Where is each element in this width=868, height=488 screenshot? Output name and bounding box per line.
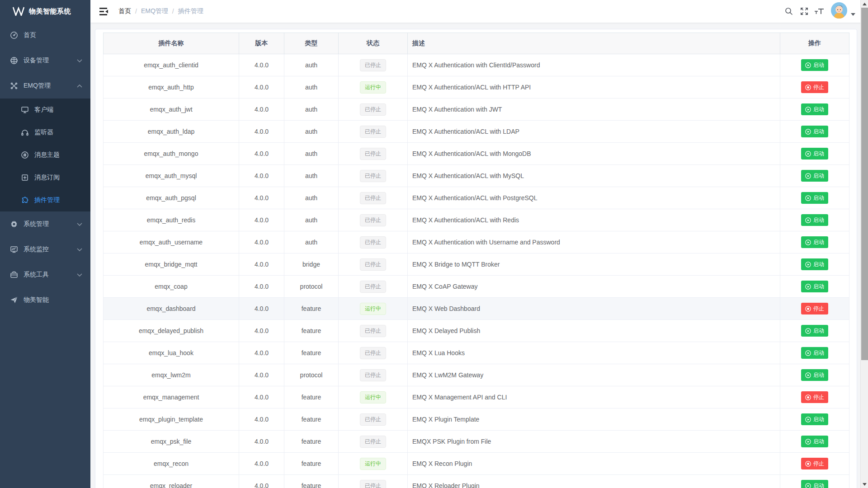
column-header-status: 状态 [339, 33, 408, 54]
table-row: emqx_auth_jwt 4.0.0 auth 已停止 EMQ X Authe… [104, 99, 849, 121]
plugin-name-cell: emqx_bridge_mqtt [104, 253, 239, 276]
plugin-version-cell: 4.0.0 [239, 276, 284, 298]
plugin-status-cell: 已停止 [339, 320, 408, 342]
font-size-icon[interactable] [812, 0, 827, 23]
plugin-type-cell: auth [284, 121, 339, 143]
emq-node-icon [10, 82, 18, 90]
action-button-label: 启动 [813, 261, 824, 268]
plugin-name-cell: emqx_auth_pgsql [104, 187, 239, 209]
column-header-name: 插件名称 [104, 33, 239, 54]
sidebar-item-label: 设备管理 [24, 56, 77, 65]
plugin-action-button[interactable]: 启动 [801, 236, 828, 248]
play-circle-icon [805, 350, 811, 356]
sidebar-item-devices[interactable]: 设备管理 [0, 48, 90, 73]
sidebar-item-topics[interactable]: 消息主题 [0, 144, 90, 166]
plugin-status-cell: 已停止 [339, 143, 408, 165]
sidebar-item-wumei[interactable]: 物美智能 [0, 287, 90, 313]
plugin-desc-cell: EMQ X Delayed Publish [408, 320, 780, 342]
plugin-type-cell: feature [284, 342, 339, 364]
plugin-action-button[interactable]: 启动 [801, 369, 828, 381]
plugin-action-cell: 启动 [780, 276, 849, 298]
status-badge: 已停止 [360, 436, 386, 448]
plugin-action-button[interactable]: 启动 [801, 59, 828, 71]
plugin-name-cell: emqx_reloader [104, 475, 239, 488]
plugin-desc-cell: EMQ X Lua Hooks [408, 342, 780, 364]
plugin-action-button[interactable]: 启动 [801, 192, 828, 204]
status-badge: 已停止 [360, 347, 386, 359]
navbar-actions [781, 0, 855, 23]
status-badge: 已停止 [360, 126, 386, 138]
stop-circle-icon [805, 306, 811, 312]
plugin-action-cell: 启动 [780, 231, 849, 253]
sidebar-item-system-monitor[interactable]: 系统监控 [0, 237, 90, 262]
plugin-name-cell: emqx_auth_ldap [104, 121, 239, 143]
toolbox-icon [10, 271, 18, 279]
plugin-action-button[interactable]: 停止 [801, 303, 828, 314]
plugin-action-button[interactable]: 停止 [801, 458, 828, 469]
column-header-desc: 描述 [408, 33, 780, 54]
breadcrumb-emq: EMQ管理 [141, 7, 168, 15]
fullscreen-icon[interactable] [797, 0, 812, 23]
sidebar-item-emq[interactable]: EMQ管理 [0, 73, 90, 99]
scroll-up-arrow-icon[interactable] [861, 0, 868, 8]
plugin-action-button[interactable]: 启动 [801, 325, 828, 337]
plugin-desc-cell: EMQ X Authentication with ClientId/Passw… [408, 54, 780, 76]
plugin-desc-cell: EMQ X CoAP Gateway [408, 276, 780, 298]
sidebar-item-plugins[interactable]: 插件管理 [0, 189, 90, 211]
caret-down-icon[interactable] [851, 9, 855, 18]
plugin-version-cell: 4.0.0 [239, 121, 284, 143]
plugin-action-button[interactable]: 启动 [801, 126, 828, 137]
plugin-action-button[interactable]: 启动 [801, 281, 828, 292]
breadcrumb-current: 插件管理 [178, 7, 203, 15]
status-badge: 已停止 [360, 258, 386, 271]
plugin-action-cell: 启动 [780, 143, 849, 165]
app-logo[interactable]: 物美智能系统 [0, 0, 90, 23]
plugin-type-cell: auth [284, 54, 339, 76]
status-badge: 运行中 [360, 303, 386, 315]
monitor-chart-icon [10, 245, 18, 253]
status-badge: 已停止 [360, 236, 386, 249]
status-badge: 已停止 [360, 192, 386, 204]
plugin-action-cell: 启动 [780, 121, 849, 143]
sidebar-item-listeners[interactable]: 监听器 [0, 121, 90, 144]
plugin-action-button[interactable]: 启动 [801, 170, 828, 182]
plugin-action-button[interactable]: 启动 [801, 103, 828, 115]
action-button-label: 启动 [813, 194, 824, 202]
status-badge: 已停止 [360, 214, 386, 226]
vertical-scrollbar[interactable] [860, 0, 868, 488]
plugin-type-cell: auth [284, 76, 339, 99]
plugin-action-button[interactable]: 启动 [801, 148, 828, 160]
plugin-action-button[interactable]: 停止 [801, 81, 828, 93]
action-button-label: 启动 [813, 106, 824, 113]
plugin-version-cell: 4.0.0 [239, 209, 284, 231]
plugin-version-cell: 4.0.0 [239, 298, 284, 320]
sidebar-item-clients[interactable]: 客户端 [0, 99, 90, 121]
breadcrumb-home[interactable]: 首页 [118, 7, 131, 15]
scrollbar-thumb[interactable] [861, 8, 868, 360]
plugin-action-button[interactable]: 启动 [801, 480, 828, 488]
plugin-action-button[interactable]: 启动 [801, 258, 828, 270]
status-badge: 已停止 [360, 413, 386, 426]
search-icon[interactable] [781, 0, 797, 23]
plugin-action-button[interactable]: 启动 [801, 436, 828, 447]
table-row: emqx_auth_ldap 4.0.0 auth 已停止 EMQ X Auth… [104, 121, 849, 143]
sidebar-item-system-admin[interactable]: 系统管理 [0, 211, 90, 237]
sidebar-toggle-button[interactable] [96, 4, 112, 19]
sidebar-item-label: EMQ管理 [24, 82, 77, 90]
avatar[interactable] [831, 2, 847, 20]
action-button-label: 启动 [813, 371, 824, 379]
plugin-action-button[interactable]: 启动 [801, 347, 828, 359]
play-circle-icon [805, 284, 811, 290]
sidebar-item-subscriptions[interactable]: 消息订阅 [0, 166, 90, 189]
sidebar-item-label: 首页 [24, 31, 82, 39]
plugin-version-cell: 4.0.0 [239, 453, 284, 475]
scroll-down-arrow-icon[interactable] [861, 480, 868, 488]
sidebar-item-home[interactable]: 首页 [0, 23, 90, 48]
sidebar-item-system-tools[interactable]: 系统工具 [0, 262, 90, 287]
plugin-action-button[interactable]: 启动 [801, 214, 828, 226]
sidebar-item-label: 监听器 [34, 128, 82, 136]
plugin-action-button[interactable]: 停止 [801, 391, 828, 403]
user-menu[interactable] [831, 2, 855, 20]
plugin-action-button[interactable]: 启动 [801, 413, 828, 425]
plugin-type-cell: auth [284, 165, 339, 187]
